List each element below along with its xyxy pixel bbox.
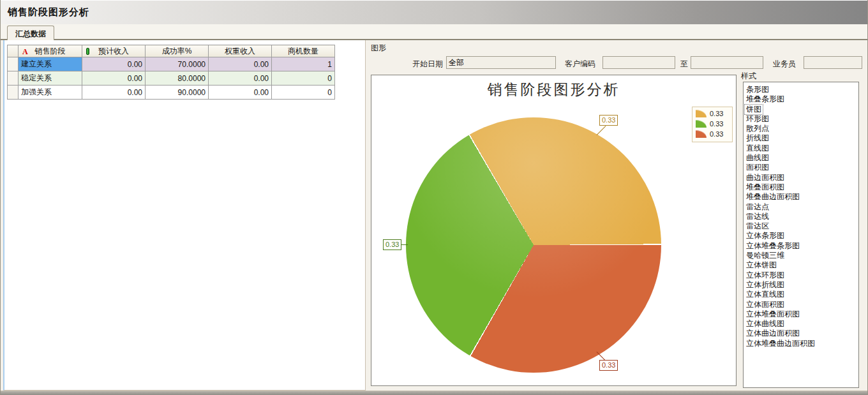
graph-panel: 图形 开始日期 客户编码 至 业务员 销售阶段图形分析 0.33 0.33 0.… — [369, 40, 865, 391]
style-list-item[interactable]: 饼图 — [745, 103, 858, 113]
style-list-item[interactable]: 立体直线图 — [745, 288, 858, 298]
style-list-item[interactable]: 立体曲线图 — [745, 318, 858, 327]
style-list-item[interactable]: 直线图 — [745, 142, 858, 152]
salesman-input[interactable] — [804, 56, 862, 69]
legend-item: 0.33 — [696, 130, 730, 138]
chart-style-listbox[interactable]: 条形图 堆叠条形图 饼图 环形图 散列点 折线图 直线图 曲线图 面积图 曲边面… — [743, 82, 859, 388]
cell-stage[interactable]: 稳定关系 — [19, 71, 82, 86]
cell-success-rate[interactable]: 70.0000 — [146, 57, 209, 71]
cell-opportunity-count[interactable]: 0 — [272, 86, 335, 100]
window-titlebar: 销售阶段图形分析 — [1, 0, 868, 24]
column-header-opportunity-count[interactable]: 商机数量 — [272, 45, 335, 57]
customer-code-from-input[interactable] — [602, 56, 675, 69]
legend-item: 0.33 — [696, 110, 730, 117]
row-selector[interactable] — [8, 71, 19, 86]
graph-panel-title: 图形 — [371, 43, 386, 54]
style-list-item[interactable]: 曲边面积图 — [745, 172, 858, 181]
tab-summary-data[interactable]: 汇总数据 — [7, 26, 54, 40]
cell-weighted-income[interactable]: 0.00 — [209, 86, 272, 100]
cell-opportunity-count[interactable]: 0 — [272, 71, 335, 86]
sales-stage-table: A 销售阶段 预计收入 成功率% 权重收入 商机数量 建立关系 0.00 70.… — [7, 45, 335, 100]
cell-weighted-income[interactable]: 0.00 — [209, 57, 272, 71]
style-list-item[interactable]: 折线图 — [745, 132, 858, 142]
style-list-item[interactable]: 面积图 — [745, 161, 858, 171]
legend-swatch — [696, 130, 707, 138]
cell-success-rate[interactable]: 80.0000 — [146, 71, 209, 86]
row-selector-header[interactable] — [8, 45, 19, 57]
cell-opportunity-count[interactable]: 1 — [272, 57, 335, 71]
legend-item: 0.33 — [696, 120, 730, 128]
style-list-item[interactable]: 雷达点 — [745, 201, 858, 211]
chart-area: 销售阶段图形分析 0.33 0.33 0.33 0.33 0.33 0.33 — [371, 75, 737, 386]
style-list-item[interactable]: 立体堆叠条形图 — [745, 240, 858, 250]
window-title: 销售阶段图形分析 — [8, 6, 89, 19]
chart-legend: 0.33 0.33 0.33 — [692, 107, 733, 142]
column-header-expected-income[interactable]: 预计收入 — [82, 45, 146, 57]
customer-code-label: 客户编码 — [565, 59, 595, 70]
pie — [406, 117, 661, 373]
start-date-input[interactable] — [446, 56, 556, 69]
style-list-item[interactable]: 堆叠条形图 — [745, 93, 858, 103]
cell-stage[interactable]: 加强关系 — [19, 86, 82, 100]
style-list-item[interactable]: 雷达区 — [745, 220, 858, 230]
row-selector[interactable] — [8, 57, 19, 71]
style-list-item[interactable]: 立体环形图 — [745, 269, 858, 279]
row-selector[interactable] — [8, 86, 19, 100]
start-date-label: 开始日期 — [412, 59, 443, 70]
style-list-item[interactable]: 立体堆叠曲边面积图 — [745, 338, 858, 347]
style-list-item[interactable]: 曼哈顿三维 — [745, 250, 858, 259]
cell-expected-income[interactable]: 0.00 — [82, 57, 146, 71]
style-list-item[interactable]: 雷达线 — [745, 211, 858, 220]
style-list-item[interactable]: 立体条形图 — [745, 230, 858, 239]
style-list-item[interactable]: 立体面积图 — [745, 299, 858, 308]
style-panel-title: 样式 — [741, 71, 756, 82]
style-list-item[interactable]: 立体堆叠面积图 — [745, 308, 858, 318]
style-list-item[interactable]: 立体曲边面积图 — [745, 327, 858, 337]
sort-a-icon: A — [22, 47, 28, 57]
column-header-weighted-income[interactable]: 权重收入 — [209, 45, 272, 57]
table-header-row: A 销售阶段 预计收入 成功率% 权重收入 商机数量 — [8, 45, 335, 57]
pie-gloss — [406, 117, 661, 373]
callout-label: 0.33 — [383, 239, 401, 250]
legend-swatch — [696, 110, 707, 117]
style-list-item[interactable]: 环形图 — [745, 113, 858, 123]
cell-expected-income[interactable]: 0.00 — [82, 86, 146, 100]
style-list-item[interactable]: 立体折线图 — [745, 279, 858, 288]
cell-stage[interactable]: 建立关系 — [19, 57, 82, 71]
salesman-label: 业务员 — [773, 59, 796, 70]
column-header-stage[interactable]: A 销售阶段 — [19, 45, 82, 57]
cell-success-rate[interactable]: 90.0000 — [146, 86, 209, 100]
style-list-item[interactable]: 堆叠面积图 — [745, 181, 858, 191]
window-bottom-frame — [1, 391, 868, 395]
summary-grid-panel: A 销售阶段 预计收入 成功率% 权重收入 商机数量 建立关系 0.00 70.… — [3, 40, 366, 391]
cell-expected-income[interactable]: 0.00 — [82, 71, 146, 86]
style-list-item[interactable]: 堆叠曲边面积图 — [745, 191, 858, 200]
callout-leader — [597, 126, 606, 135]
app-window: { "window": { "title": "销售阶段图形分析" }, "ta… — [0, 0, 868, 395]
chart-title: 销售阶段图形分析 — [371, 80, 736, 100]
callout-label: 0.33 — [599, 360, 618, 371]
table-row[interactable]: 建立关系 0.00 70.0000 0.00 1 — [8, 57, 335, 71]
style-list-item[interactable]: 立体饼图 — [745, 259, 858, 269]
table-row[interactable]: 加强关系 0.00 90.0000 0.00 0 — [8, 86, 335, 100]
style-list-item[interactable]: 曲线图 — [745, 152, 858, 161]
customer-code-to-input[interactable] — [691, 56, 763, 69]
to-label: 至 — [680, 59, 688, 70]
cell-weighted-income[interactable]: 0.00 — [209, 71, 272, 86]
table-row[interactable]: 稳定关系 0.00 80.0000 0.00 0 — [8, 71, 335, 86]
style-list-item[interactable]: 散列点 — [745, 123, 858, 132]
column-header-success-rate[interactable]: 成功率% — [146, 45, 209, 57]
legend-swatch — [696, 120, 707, 128]
callout-label: 0.33 — [599, 115, 618, 126]
style-list-item[interactable]: 条形图 — [745, 84, 858, 93]
field-indicator-icon — [86, 48, 89, 55]
tab-strip — [1, 24, 868, 40]
